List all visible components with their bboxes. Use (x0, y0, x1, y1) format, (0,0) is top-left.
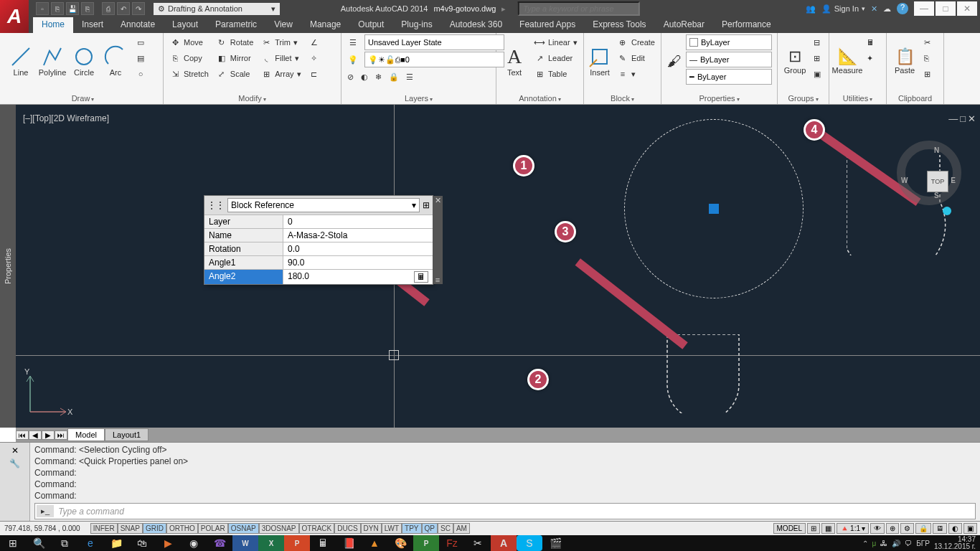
cut-button[interactable]: ✂ (921, 34, 933, 50)
start-button[interactable]: ⊞ (0, 535, 26, 551)
line-button[interactable]: Line (6, 34, 36, 88)
qp-value-rotation[interactable]: 0.0 (283, 242, 433, 255)
tab-manage[interactable]: Manage (301, 17, 349, 33)
tab-annotate[interactable]: Annotate (112, 17, 164, 33)
toggle-tpy[interactable]: TPY (402, 523, 421, 534)
match-props-button[interactable]: 🖌 (664, 34, 684, 88)
move-button[interactable]: ✥Move (166, 34, 212, 50)
qp-handle-icon[interactable]: ⋮⋮ (207, 200, 225, 210)
tab-home[interactable]: Home (33, 17, 73, 33)
group-edit-button[interactable]: ⊞ (811, 50, 824, 66)
tb-chrome-icon[interactable]: ◉ (181, 535, 207, 551)
tb-filezilla-icon[interactable]: Fz (439, 535, 465, 551)
toggle-3dosnap[interactable]: 3DOSNAP (259, 523, 299, 534)
tray-lang[interactable]: БГР (916, 540, 930, 547)
qp-options-icon[interactable]: ⊞ (423, 200, 430, 210)
autocad-logo-icon[interactable]: A (0, 0, 29, 33)
toggle-ducs[interactable]: DUCS (334, 523, 360, 534)
layer-props-button[interactable]: ☰ (344, 34, 362, 50)
nav-bar-grip[interactable] (943, 207, 951, 215)
tray-date[interactable]: 13.12.2015 г. (934, 543, 976, 550)
search-icon[interactable]: 🔍 (26, 535, 52, 551)
tray-up-icon[interactable]: ⌃ (862, 540, 868, 547)
tb-explorer-icon[interactable]: 📁 (103, 535, 129, 551)
point-button[interactable]: ✦ (864, 50, 877, 66)
vp-minimize-icon[interactable]: — (948, 113, 958, 124)
toggle-ortho[interactable]: ORTHO (166, 523, 198, 534)
toggle-sc[interactable]: SC (438, 523, 453, 534)
qat-print-icon[interactable]: ⎙ (102, 2, 115, 15)
sr-isolate-icon[interactable]: ◐ (948, 523, 962, 534)
toggle-polar[interactable]: POLAR (198, 523, 228, 534)
vp-close-icon[interactable]: ✕ (968, 113, 976, 124)
vc-west[interactable]: W (901, 176, 908, 184)
trim-button[interactable]: ✂Trim ▾ (258, 34, 303, 50)
vc-east[interactable]: E (951, 176, 956, 184)
tb-project-icon[interactable]: P (413, 535, 439, 551)
vc-south[interactable]: S (934, 192, 939, 199)
toggle-osnap[interactable]: OSNAP (228, 523, 259, 534)
tb-edge-icon[interactable]: e (77, 535, 103, 551)
infocenter-icon[interactable]: 👥 (806, 4, 816, 14)
mirror-button[interactable]: ◧Mirror (213, 50, 256, 66)
panel-properties[interactable]: Properties (664, 93, 774, 104)
lineweight-dropdown[interactable]: — ByLayer (686, 52, 772, 67)
panel-block[interactable]: Block (587, 93, 658, 104)
erase-button[interactable]: ∠ (306, 34, 323, 50)
layer-frz-button[interactable]: ❄ (372, 69, 385, 85)
ellipse-button[interactable]: ○ (132, 66, 149, 82)
sr-lock-icon[interactable]: 🔒 (915, 523, 931, 534)
tray-utorrent-icon[interactable]: μ (872, 540, 877, 547)
table-button[interactable]: ⊞Table (531, 66, 580, 82)
sr-hardware-icon[interactable]: 🖥 (933, 523, 947, 534)
layout-prev-icon[interactable]: ◀ (29, 430, 42, 440)
command-input[interactable]: ▸_ Type a command (34, 503, 976, 519)
toggle-lwt[interactable]: LWT (382, 523, 402, 534)
layout-first-icon[interactable]: ⏮ (16, 430, 29, 440)
layer-match-button[interactable]: ☰ (403, 69, 416, 85)
measure-button[interactable]: 📐Measure (832, 34, 862, 88)
sr-layout-icon[interactable]: ▦ (821, 523, 835, 534)
scale-button[interactable]: ⤢Scale (213, 66, 256, 82)
color-dropdown[interactable]: ByLayer (686, 34, 772, 50)
toggle-am[interactable]: AM (453, 523, 470, 534)
panel-modify[interactable]: Modify (166, 93, 338, 104)
tb-ppt-icon[interactable]: P (284, 535, 310, 551)
tb-reader-icon[interactable]: 📕 (336, 535, 362, 551)
vp-maximize-icon[interactable]: □ (960, 113, 966, 124)
tab-parametric[interactable]: Parametric (207, 17, 265, 33)
tab-a360[interactable]: Autodesk 360 (441, 17, 511, 33)
tb-snip-icon[interactable]: ✂ (465, 535, 491, 551)
rotate-button[interactable]: ↻Rotate (213, 34, 256, 50)
text-button[interactable]: AText (499, 34, 529, 88)
toggle-dyn[interactable]: DYN (361, 523, 382, 534)
panel-layers[interactable]: Layers (344, 93, 493, 104)
panel-clipboard[interactable]: Clipboard (890, 93, 941, 104)
tb-word-icon[interactable]: W (232, 535, 258, 551)
tray-volume-icon[interactable]: 🔊 (892, 540, 900, 547)
group-button[interactable]: ⊡Group (781, 34, 809, 88)
tab-plugins[interactable]: Plug-ins (392, 17, 440, 33)
array-button[interactable]: ⊞Array ▾ (258, 66, 303, 82)
qp-close-icon[interactable]: ✕ (435, 196, 441, 205)
circle-button[interactable]: Circle (69, 34, 99, 88)
copyclip-button[interactable]: ⎘ (921, 50, 933, 66)
workspace-selector[interactable]: ⚙ Drafting & Annotation ▾ (154, 3, 280, 15)
qat-redo-icon[interactable]: ↷ (132, 2, 145, 15)
quick-properties-panel[interactable]: ✕≡ ⋮⋮ Block Reference▾ ⊞ Layer0 NameA-Ma… (204, 195, 433, 285)
layer-lock-button[interactable]: 🔒 (386, 69, 402, 85)
tab-express[interactable]: Express Tools (584, 17, 654, 33)
calculator-icon[interactable]: 🖩 (414, 271, 428, 283)
tab-featured[interactable]: Featured Apps (511, 17, 584, 33)
taskview-icon[interactable]: ⧉ (52, 535, 77, 551)
qat-undo-icon[interactable]: ↶ (117, 2, 130, 15)
layer-dropdown[interactable]: 💡 ☀ 🔓 ⎙ ■ 0 (364, 52, 504, 67)
tab-autorebar[interactable]: AutoRebar (655, 17, 713, 33)
qp-value-angle2[interactable]: 180.0🖩 (283, 270, 433, 284)
quickcalc-button[interactable]: 🖩 (864, 34, 877, 50)
rect-button[interactable]: ▭ (132, 34, 149, 50)
polyline-button[interactable]: Polyline (37, 34, 67, 88)
tb-autocad-icon[interactable]: A (491, 535, 517, 551)
tray-network-icon[interactable]: 🖧 (880, 540, 887, 547)
panel-draw[interactable]: Draw (6, 93, 160, 104)
